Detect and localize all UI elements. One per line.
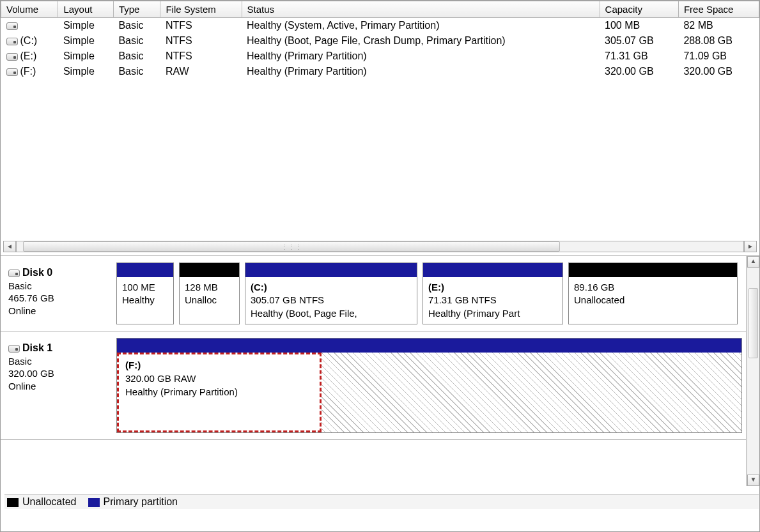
disk-icon: [8, 270, 20, 277]
disk-row[interactable]: Disk 1 Basic 320.00 GB Online (F:) 320.0…: [1, 331, 746, 440]
scroll-thumb[interactable]: ⋮⋮⋮: [23, 241, 560, 252]
partition-status: Unallocated: [574, 294, 624, 305]
disk-state: Online: [8, 380, 109, 393]
cell-layout: Simple: [58, 18, 114, 34]
partition-size: 89.16 GB: [574, 282, 614, 293]
disk-icon: [8, 345, 20, 353]
table-row[interactable]: (E:)SimpleBasicNTFSHealthy (Primary Part…: [1, 49, 759, 64]
partition-header-bar: [117, 263, 173, 277]
cell-capacity: 320.00 GB: [600, 64, 678, 79]
disk-size: 465.76 GB: [8, 292, 109, 305]
col-capacity[interactable]: Capacity: [600, 1, 678, 18]
partition-header-bar: [569, 263, 737, 277]
partition-header-bar: [245, 263, 417, 277]
disk-size: 320.00 GB: [8, 367, 109, 380]
disk-type: Basic: [8, 280, 109, 293]
partition-label: (F:): [125, 360, 141, 370]
cell-status: Healthy (Primary Partition): [242, 49, 600, 64]
partition-size: 71.31 GB NTFS: [428, 294, 497, 305]
table-row[interactable]: (F:)SimpleBasicRAWHealthy (Primary Parti…: [1, 64, 759, 79]
partition-header-bar: [117, 338, 741, 353]
table-row[interactable]: (C:)SimpleBasicNTFSHealthy (Boot, Page F…: [1, 33, 759, 49]
disk-name: Disk 1: [22, 342, 52, 353]
legend: Unallocated Primary partition: [4, 494, 759, 509]
cell-capacity: 100 MB: [600, 18, 678, 34]
cell-layout: Simple: [58, 64, 114, 79]
col-fs[interactable]: File System: [160, 1, 242, 18]
partition-status: Healthy (Primary Partition): [125, 386, 238, 397]
vertical-scrollbar[interactable]: ▲ ▼: [747, 256, 759, 486]
drive-icon: [6, 22, 18, 30]
cell-fs: NTFS: [160, 33, 242, 49]
partition-status: Healthy (Primary Part: [428, 308, 520, 319]
col-type[interactable]: Type: [113, 1, 160, 18]
drive-icon: [6, 38, 18, 45]
partition-size: 305.07 GB NTFS: [251, 294, 324, 305]
partition-block[interactable]: (E:)71.31 GB NTFSHealthy (Primary Part: [423, 262, 563, 324]
disk-type: Basic: [8, 355, 109, 368]
cell-type: Basic: [113, 64, 160, 79]
partition-size: 320.00 GB RAW: [125, 373, 196, 384]
legend-swatch-primary: [88, 498, 100, 507]
partition-status: Healthy: [122, 294, 155, 305]
partition-size: 100 ME: [122, 282, 155, 293]
scroll-down-icon[interactable]: ▼: [747, 475, 759, 486]
partition-label: (E:): [428, 282, 444, 293]
scroll-thumb[interactable]: [748, 288, 758, 358]
disk-name: Disk 0: [22, 267, 52, 278]
partition-block[interactable]: (C:)305.07 GB NTFSHealthy (Boot, Page Fi…: [245, 262, 417, 324]
volume-letter: (C:): [20, 35, 38, 46]
col-free[interactable]: Free Space: [678, 1, 759, 18]
partition-label: (C:): [251, 282, 267, 293]
volume-letter: (F:): [20, 66, 36, 77]
cell-type: Basic: [113, 18, 160, 34]
partition-block[interactable]: (F:) 320.00 GB RAW Healthy (Primary Part…: [116, 338, 742, 433]
partition-header-bar: [180, 263, 239, 277]
partition-f-highlight[interactable]: (F:) 320.00 GB RAW Healthy (Primary Part…: [117, 353, 322, 432]
legend-swatch-unallocated: [7, 498, 19, 507]
drive-icon: [6, 53, 18, 61]
partition-block[interactable]: 89.16 GBUnallocated: [568, 262, 738, 324]
legend-label: Unallocated: [22, 496, 77, 507]
disk-graphical-pane: Disk 0 Basic 465.76 GB Online 100 MEHeal…: [1, 256, 759, 512]
legend-label: Primary partition: [104, 496, 178, 507]
cell-status: Healthy (Boot, Page File, Crash Dump, Pr…: [242, 33, 600, 49]
scroll-up-icon[interactable]: ▲: [747, 256, 759, 268]
volume-letter: (E:): [20, 50, 37, 61]
disk-info: Disk 0 Basic 465.76 GB Online: [6, 262, 111, 324]
cell-layout: Simple: [58, 49, 114, 64]
scroll-track[interactable]: ⋮⋮⋮: [16, 241, 744, 252]
cell-free: 288.08 GB: [678, 33, 759, 49]
cell-type: Basic: [113, 33, 160, 49]
scroll-left-icon[interactable]: ◄: [3, 241, 16, 252]
cell-status: Healthy (System, Active, Primary Partiti…: [242, 18, 600, 34]
cell-status: Healthy (Primary Partition): [242, 64, 600, 79]
partition-block[interactable]: 128 MBUnalloc: [179, 262, 240, 324]
drive-icon: [6, 68, 18, 76]
cell-capacity: 305.07 GB: [600, 33, 678, 49]
volume-list-pane: Volume Layout Type File System Status Ca…: [1, 1, 759, 256]
col-layout[interactable]: Layout: [58, 1, 114, 18]
cell-free: 71.09 GB: [678, 49, 759, 64]
partition-header-bar: [423, 263, 562, 277]
cell-layout: Simple: [58, 33, 114, 49]
cell-capacity: 71.31 GB: [600, 49, 678, 64]
disk-row[interactable]: Disk 0 Basic 465.76 GB Online 100 MEHeal…: [1, 256, 746, 331]
cell-fs: NTFS: [160, 18, 242, 34]
horizontal-scrollbar[interactable]: ◄ ⋮⋮⋮ ►: [3, 240, 757, 253]
cell-fs: NTFS: [160, 49, 242, 64]
cell-free: 320.00 GB: [678, 64, 759, 79]
table-row[interactable]: SimpleBasicNTFSHealthy (System, Active, …: [1, 18, 759, 34]
partition-status: Unalloc: [185, 294, 217, 305]
partition-status: Healthy (Boot, Page File,: [251, 308, 357, 319]
cell-fs: RAW: [160, 64, 242, 79]
volume-table: Volume Layout Type File System Status Ca…: [1, 1, 759, 79]
col-status[interactable]: Status: [242, 1, 600, 18]
disk-info: Disk 1 Basic 320.00 GB Online: [6, 338, 111, 433]
cell-type: Basic: [113, 49, 160, 64]
disk-state: Online: [8, 305, 109, 317]
cell-free: 82 MB: [678, 18, 759, 34]
scroll-right-icon[interactable]: ►: [744, 241, 757, 252]
col-volume[interactable]: Volume: [1, 1, 58, 18]
partition-block[interactable]: 100 MEHealthy: [116, 262, 174, 324]
